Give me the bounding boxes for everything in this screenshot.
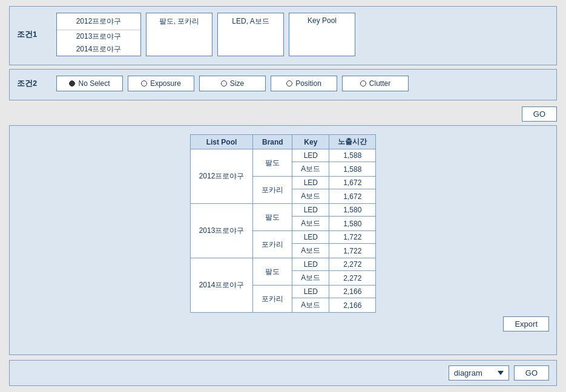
cell-key: LED bbox=[292, 258, 329, 271]
condition1-brand[interactable]: 팔도, 포카리 bbox=[146, 13, 212, 56]
cell-key: A보드 bbox=[292, 217, 329, 231]
condition2-label: 조건2 bbox=[17, 78, 50, 89]
cell-time: 1,580 bbox=[329, 217, 376, 231]
cell-time: 1,722 bbox=[329, 231, 376, 244]
cell-key: A보드 bbox=[292, 244, 329, 258]
bottom-go-button[interactable]: GO bbox=[514, 365, 549, 381]
cell-time: 1,580 bbox=[329, 204, 376, 217]
cell-key: LED bbox=[292, 286, 329, 298]
col-list-pool: List Pool bbox=[190, 135, 253, 149]
size-label: Size bbox=[230, 79, 244, 88]
diagram-select[interactable]: diagram bbox=[449, 365, 509, 381]
position-label: Position bbox=[295, 79, 321, 88]
export-button[interactable]: Export bbox=[503, 316, 549, 332]
year-option-2013[interactable]: 2013프로야구 bbox=[57, 30, 140, 43]
col-time: 노출시간 bbox=[329, 135, 376, 149]
cell-key: A보드 bbox=[292, 162, 329, 177]
year-option-2014[interactable]: 2014프로야구 bbox=[57, 43, 140, 56]
diagram-dropdown-icon bbox=[498, 371, 504, 375]
condition1-year-dropdown: 2013프로야구 2014프로야구 bbox=[57, 30, 140, 56]
cell-time: 2,272 bbox=[329, 258, 376, 271]
col-key: Key bbox=[292, 135, 329, 149]
data-table: List Pool Brand Key 노출시간 2012프로야구팔도LED1,… bbox=[190, 134, 377, 313]
go-button[interactable]: GO bbox=[522, 106, 557, 122]
option-exposure[interactable]: Exposure bbox=[128, 76, 194, 91]
option-no-select[interactable]: No Select bbox=[56, 76, 123, 91]
option-clutter[interactable]: Clutter bbox=[342, 76, 409, 91]
condition1-row: 조건1 2012프로야구 2013프로야구 2014프로야구 팔도, 포카리 L… bbox=[17, 13, 549, 56]
exposure-label: Exposure bbox=[150, 79, 181, 88]
table-section: List Pool Brand Key 노출시간 2012프로야구팔도LED1,… bbox=[9, 125, 557, 355]
main-container: 조건1 2012프로야구 2013프로야구 2014프로야구 팔도, 포카리 L… bbox=[0, 0, 566, 392]
radio-circle-size bbox=[221, 80, 227, 87]
cell-brand: 팔도 bbox=[253, 204, 292, 231]
option-position[interactable]: Position bbox=[271, 76, 337, 91]
condition1-section: 조건1 2012프로야구 2013프로야구 2014프로야구 팔도, 포카리 L… bbox=[9, 6, 557, 65]
table-header-row: List Pool Brand Key 노출시간 bbox=[190, 135, 376, 149]
condition2-options: No Select Exposure Size Position Clutter bbox=[56, 76, 409, 91]
cell-time: 1,722 bbox=[329, 244, 376, 258]
condition2-section: 조건2 No Select Exposure Size Position bbox=[9, 69, 557, 100]
cell-brand: 포카리 bbox=[253, 177, 292, 204]
cell-pool: 2012프로야구 bbox=[190, 149, 253, 204]
col-brand: Brand bbox=[253, 135, 292, 149]
cell-time: 1,588 bbox=[329, 149, 376, 162]
table-row: 2014프로야구팔도LED2,272 bbox=[190, 258, 376, 271]
cell-key: LED bbox=[292, 177, 329, 189]
radio-circle-position bbox=[286, 80, 292, 87]
cell-key: LED bbox=[292, 149, 329, 162]
diagram-label: diagram bbox=[454, 368, 482, 377]
go-area: GO bbox=[0, 104, 566, 125]
condition1-label: 조건1 bbox=[17, 29, 50, 40]
cell-time: 1,588 bbox=[329, 162, 376, 177]
bottom-bar: diagram GO bbox=[9, 360, 557, 386]
table-row: 2013프로야구팔도LED1,580 bbox=[190, 204, 376, 217]
cell-key: LED bbox=[292, 204, 329, 217]
cell-pool: 2013프로야구 bbox=[190, 204, 253, 258]
condition1-pool[interactable]: Key Pool bbox=[289, 13, 355, 56]
cell-time: 2,166 bbox=[329, 286, 376, 298]
condition1-year-box[interactable]: 2012프로야구 2013프로야구 2014프로야구 bbox=[56, 13, 141, 56]
cell-time: 1,672 bbox=[329, 189, 376, 204]
option-size[interactable]: Size bbox=[199, 76, 266, 91]
cell-time: 2,272 bbox=[329, 271, 376, 286]
table-row: 2012프로야구팔도LED1,588 bbox=[190, 149, 376, 162]
condition1-options: 2012프로야구 2013프로야구 2014프로야구 팔도, 포카리 LED, … bbox=[56, 13, 355, 56]
condition1-year-selected: 2012프로야구 bbox=[57, 13, 140, 30]
radio-dot-no-select bbox=[69, 80, 75, 87]
cell-brand: 팔도 bbox=[253, 149, 292, 177]
cell-key: A보드 bbox=[292, 189, 329, 204]
cell-brand: 포카리 bbox=[253, 231, 292, 258]
cell-key: A보드 bbox=[292, 298, 329, 313]
cell-brand: 팔도 bbox=[253, 258, 292, 286]
cell-time: 1,672 bbox=[329, 177, 376, 189]
radio-circle-exposure bbox=[141, 80, 147, 87]
export-area: Export bbox=[17, 313, 549, 334]
no-select-label: No Select bbox=[78, 79, 110, 88]
cell-pool: 2014프로야구 bbox=[190, 258, 253, 313]
clutter-label: Clutter bbox=[369, 79, 390, 88]
condition1-key[interactable]: LED, A보드 bbox=[217, 13, 284, 56]
cell-time: 2,166 bbox=[329, 298, 376, 313]
cell-key: LED bbox=[292, 231, 329, 244]
cell-brand: 포카리 bbox=[253, 286, 292, 313]
radio-circle-clutter bbox=[360, 80, 366, 87]
condition2-row: 조건2 No Select Exposure Size Position bbox=[17, 76, 549, 91]
cell-key: A보드 bbox=[292, 271, 329, 286]
